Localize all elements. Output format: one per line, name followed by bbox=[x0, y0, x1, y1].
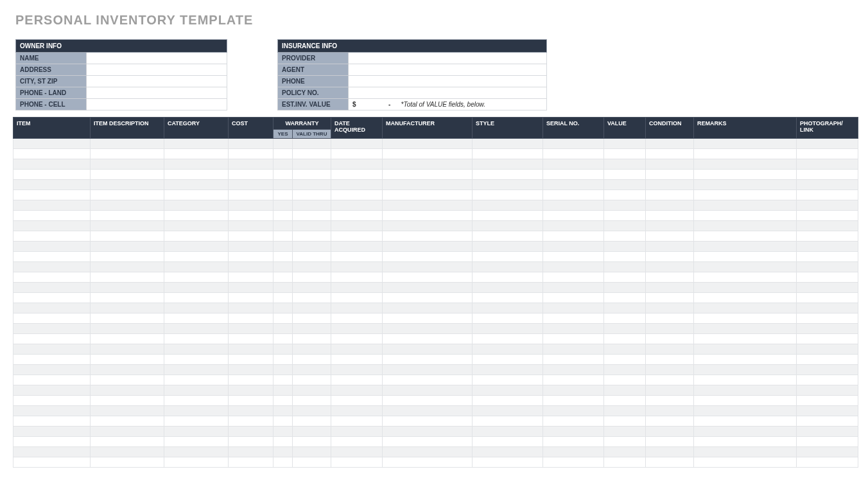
table-cell[interactable] bbox=[13, 293, 91, 303]
table-cell[interactable] bbox=[694, 211, 797, 221]
table-cell[interactable] bbox=[797, 211, 858, 221]
table-cell[interactable] bbox=[164, 293, 229, 303]
table-cell[interactable] bbox=[293, 406, 331, 416]
table-cell[interactable] bbox=[293, 385, 331, 396]
table-cell[interactable] bbox=[473, 416, 543, 427]
table-cell[interactable] bbox=[164, 190, 229, 200]
table-cell[interactable] bbox=[331, 139, 383, 149]
table-cell[interactable] bbox=[473, 170, 543, 180]
table-cell[interactable] bbox=[164, 365, 229, 375]
table-cell[interactable] bbox=[229, 385, 273, 396]
table-cell[interactable] bbox=[646, 252, 694, 262]
table-cell[interactable] bbox=[331, 457, 383, 468]
table-cell[interactable] bbox=[543, 396, 604, 406]
table-cell[interactable] bbox=[473, 200, 543, 211]
table-cell[interactable] bbox=[13, 324, 91, 334]
table-cell[interactable] bbox=[797, 170, 858, 180]
table-cell[interactable] bbox=[694, 159, 797, 170]
table-cell[interactable] bbox=[543, 211, 604, 221]
table-cell[interactable] bbox=[164, 252, 229, 262]
table-cell[interactable] bbox=[797, 416, 858, 427]
table-cell[interactable] bbox=[91, 252, 164, 262]
table-cell[interactable] bbox=[331, 344, 383, 355]
table-cell[interactable] bbox=[604, 293, 646, 303]
table-cell[interactable] bbox=[543, 221, 604, 231]
table-cell[interactable] bbox=[473, 396, 543, 406]
table-cell[interactable] bbox=[273, 396, 293, 406]
table-cell[interactable] bbox=[604, 139, 646, 149]
table-cell[interactable] bbox=[273, 221, 293, 231]
table-cell[interactable] bbox=[694, 149, 797, 159]
table-cell[interactable] bbox=[543, 416, 604, 427]
table-cell[interactable] bbox=[331, 324, 383, 334]
table-cell[interactable] bbox=[543, 313, 604, 324]
table-cell[interactable] bbox=[797, 396, 858, 406]
table-cell[interactable] bbox=[473, 437, 543, 447]
table-cell[interactable] bbox=[694, 324, 797, 334]
table-cell[interactable] bbox=[229, 283, 273, 293]
insurance-field-value[interactable] bbox=[349, 76, 547, 87]
insurance-field-value[interactable] bbox=[349, 64, 547, 76]
table-cell[interactable] bbox=[646, 324, 694, 334]
table-cell[interactable] bbox=[91, 427, 164, 437]
table-cell[interactable] bbox=[91, 375, 164, 385]
table-cell[interactable] bbox=[797, 334, 858, 344]
table-cell[interactable] bbox=[646, 457, 694, 468]
table-cell[interactable] bbox=[229, 334, 273, 344]
table-cell[interactable] bbox=[473, 139, 543, 149]
table-cell[interactable] bbox=[13, 313, 91, 324]
table-cell[interactable] bbox=[383, 324, 473, 334]
table-cell[interactable] bbox=[331, 159, 383, 170]
table-cell[interactable] bbox=[604, 252, 646, 262]
table-cell[interactable] bbox=[473, 231, 543, 242]
table-cell[interactable] bbox=[229, 457, 273, 468]
table-cell[interactable] bbox=[646, 159, 694, 170]
table-cell[interactable] bbox=[293, 180, 331, 190]
table-cell[interactable] bbox=[164, 437, 229, 447]
table-cell[interactable] bbox=[164, 313, 229, 324]
table-cell[interactable] bbox=[543, 200, 604, 211]
table-cell[interactable] bbox=[273, 200, 293, 211]
table-cell[interactable] bbox=[694, 396, 797, 406]
table-cell[interactable] bbox=[164, 170, 229, 180]
table-cell[interactable] bbox=[13, 180, 91, 190]
table-cell[interactable] bbox=[473, 242, 543, 252]
table-cell[interactable] bbox=[543, 293, 604, 303]
table-cell[interactable] bbox=[646, 406, 694, 416]
table-cell[interactable] bbox=[273, 190, 293, 200]
table-cell[interactable] bbox=[694, 231, 797, 242]
table-cell[interactable] bbox=[543, 375, 604, 385]
table-cell[interactable] bbox=[293, 355, 331, 365]
table-cell[interactable] bbox=[273, 252, 293, 262]
table-cell[interactable] bbox=[229, 272, 273, 283]
table-cell[interactable] bbox=[383, 396, 473, 406]
table-cell[interactable] bbox=[694, 416, 797, 427]
table-cell[interactable] bbox=[797, 365, 858, 375]
table-cell[interactable] bbox=[293, 427, 331, 437]
table-cell[interactable] bbox=[797, 437, 858, 447]
table-cell[interactable] bbox=[543, 334, 604, 344]
table-cell[interactable] bbox=[273, 334, 293, 344]
table-cell[interactable] bbox=[646, 231, 694, 242]
table-cell[interactable] bbox=[797, 149, 858, 159]
table-cell[interactable] bbox=[13, 396, 91, 406]
table-cell[interactable] bbox=[91, 159, 164, 170]
table-cell[interactable] bbox=[646, 190, 694, 200]
table-cell[interactable] bbox=[331, 170, 383, 180]
table-cell[interactable] bbox=[13, 159, 91, 170]
table-cell[interactable] bbox=[543, 272, 604, 283]
table-cell[interactable] bbox=[13, 211, 91, 221]
table-cell[interactable] bbox=[229, 190, 273, 200]
table-cell[interactable] bbox=[273, 355, 293, 365]
table-cell[interactable] bbox=[13, 262, 91, 272]
table-cell[interactable] bbox=[229, 139, 273, 149]
table-cell[interactable] bbox=[91, 262, 164, 272]
table-cell[interactable] bbox=[543, 149, 604, 159]
table-cell[interactable] bbox=[13, 170, 91, 180]
table-cell[interactable] bbox=[331, 313, 383, 324]
table-cell[interactable] bbox=[91, 334, 164, 344]
table-cell[interactable] bbox=[91, 437, 164, 447]
table-cell[interactable] bbox=[694, 242, 797, 252]
table-cell[interactable] bbox=[293, 324, 331, 334]
table-cell[interactable] bbox=[91, 416, 164, 427]
